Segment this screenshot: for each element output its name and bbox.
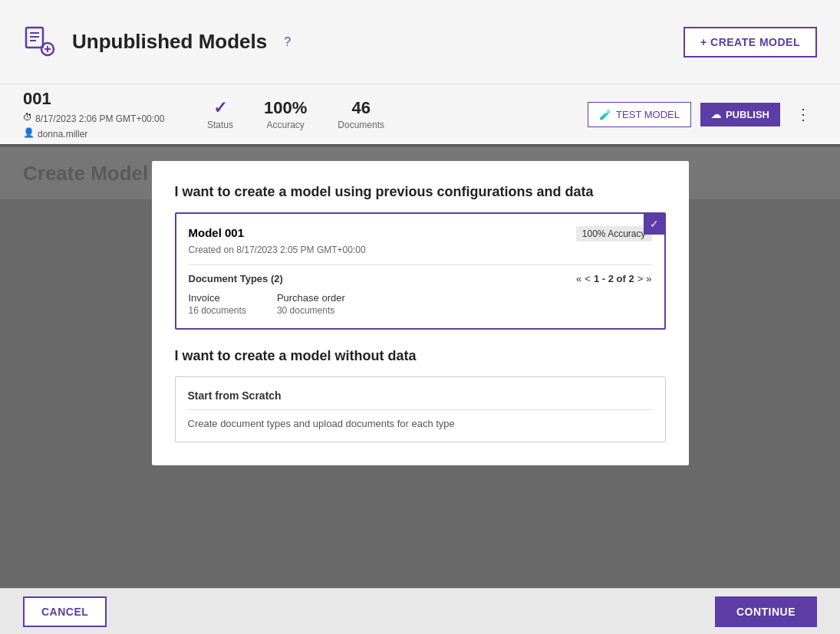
- scratch-card[interactable]: Start from Scratch Create document types…: [175, 376, 666, 442]
- header-left: Unpublished Models ?: [23, 21, 291, 63]
- footer: CANCEL CONTINUE: [0, 588, 840, 634]
- purchase-order-name: Purchase order: [277, 292, 345, 304]
- model-card-header: Model 001 100% Accuracy: [189, 226, 652, 241]
- more-options-button[interactable]: ⋮: [789, 102, 817, 126]
- accuracy-stat: 100% Accuracy: [264, 98, 307, 130]
- scratch-description: Create document types and upload documen…: [188, 418, 653, 429]
- publish-label: PUBLISH: [726, 109, 769, 120]
- accuracy-value: 100%: [264, 98, 307, 118]
- model-stats: ✓ Status 100% Accuracy 46 Documents: [207, 98, 384, 130]
- cancel-button[interactable]: CANCEL: [23, 596, 107, 627]
- publish-button[interactable]: ☁ PUBLISH: [700, 103, 780, 126]
- documents-value: 46: [338, 98, 384, 118]
- model-date-row: ⏱ 8/17/2023 2:06 PM GMT+00:00: [23, 110, 176, 124]
- section1-title: I want to create a model using previous …: [175, 184, 666, 200]
- documents-label: Documents: [338, 120, 384, 130]
- accuracy-label: Accuracy: [264, 120, 307, 130]
- doc-type-purchase-order: Purchase order 30 documents: [277, 292, 345, 316]
- model-info: 001 ⏱ 8/17/2023 2:06 PM GMT+00:00 👤 donn…: [23, 89, 176, 140]
- doc-type-invoice: Invoice 16 documents: [189, 292, 246, 316]
- test-icon: 🧪: [599, 109, 611, 120]
- invoice-count: 16 documents: [189, 305, 246, 316]
- header: Unpublished Models ? + CREATE MODEL: [0, 0, 840, 84]
- first-page-icon[interactable]: «: [576, 273, 581, 284]
- publish-icon: ☁: [711, 109, 721, 120]
- create-model-button[interactable]: + CREATE MODEL: [684, 27, 817, 57]
- doc-types-list: Invoice 16 documents Purchase order 30 d…: [189, 292, 652, 316]
- last-page-icon[interactable]: »: [646, 273, 651, 284]
- doc-types-label: Document Types (2): [189, 273, 283, 284]
- invoice-name: Invoice: [189, 292, 246, 304]
- test-model-label: TEST MODEL: [616, 109, 680, 120]
- prev-page-icon[interactable]: <: [585, 273, 591, 284]
- next-page-icon[interactable]: >: [637, 273, 644, 284]
- model-user: donna.miller: [38, 129, 87, 140]
- doc-types-header: Document Types (2) « < 1 - 2 of 2 > »: [189, 273, 652, 284]
- model-card-created: Created on 8/17/2023 2:05 PM GMT+00:00: [189, 245, 652, 255]
- status-stat: ✓ Status: [207, 98, 233, 130]
- model-card-name: Model 001: [189, 226, 245, 239]
- user-icon: 👤: [23, 127, 35, 138]
- models-icon: [23, 21, 60, 63]
- selected-checkmark: ✓: [644, 213, 665, 235]
- card-divider: [189, 264, 652, 265]
- scratch-divider: [188, 409, 653, 410]
- model-actions: 🧪 TEST MODEL ☁ PUBLISH ⋮: [588, 102, 817, 127]
- help-icon[interactable]: ?: [284, 35, 291, 49]
- section2-title: I want to create a model without data: [175, 348, 666, 364]
- pagination[interactable]: « < 1 - 2 of 2 > »: [576, 273, 651, 284]
- model-date: 8/17/2023 2:06 PM GMT+00:00: [35, 113, 164, 124]
- model-user-row: 👤 donna.miller: [23, 126, 176, 140]
- test-model-button[interactable]: 🧪 TEST MODEL: [588, 102, 691, 127]
- purchase-order-count: 30 documents: [277, 305, 345, 316]
- clock-icon: ⏱: [23, 112, 32, 123]
- modal-overlay: I want to create a model using previous …: [0, 146, 840, 588]
- model-row: 001 ⏱ 8/17/2023 2:06 PM GMT+00:00 👤 donn…: [0, 84, 840, 146]
- status-check-icon: ✓: [207, 98, 233, 118]
- continue-button[interactable]: CONTINUE: [715, 596, 817, 627]
- create-model-dialog: I want to create a model using previous …: [152, 161, 689, 465]
- model-selection-card[interactable]: ✓ Model 001 100% Accuracy Created on 8/1…: [175, 212, 666, 330]
- status-label: Status: [207, 120, 233, 130]
- model-id: 001: [23, 89, 176, 109]
- page-range: 1 - 2 of 2: [594, 273, 634, 284]
- scratch-title: Start from Scratch: [188, 389, 653, 402]
- documents-stat: 46 Documents: [338, 98, 384, 130]
- accuracy-badge: 100% Accuracy: [576, 226, 652, 241]
- page-title: Unpublished Models: [72, 30, 267, 54]
